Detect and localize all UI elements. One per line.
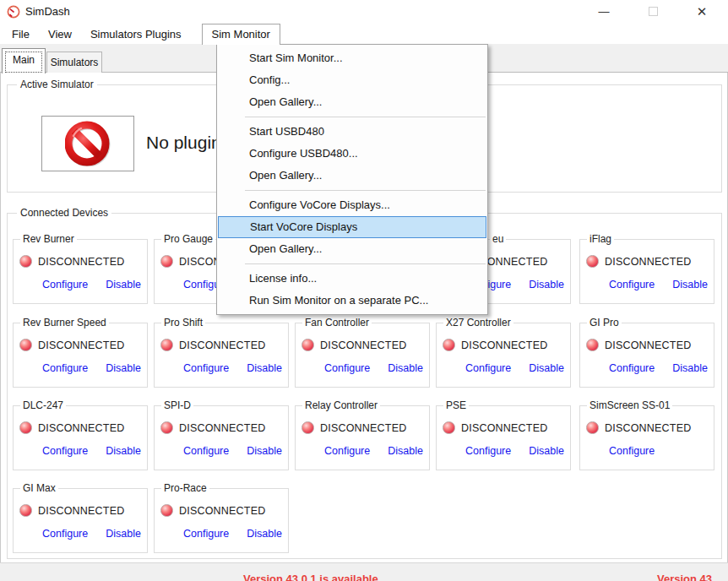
menubar-item-view[interactable]: View	[39, 24, 81, 45]
status-dot-icon	[19, 339, 32, 351]
minimize-button[interactable]: —	[584, 0, 623, 24]
window-title: SimDash	[25, 5, 70, 18]
device-links: ConfigureDisable	[183, 362, 300, 374]
status-bar: Version 43.0.1 is available... Version 4…	[0, 562, 728, 581]
disable-link[interactable]: Disable	[247, 362, 282, 374]
configure-link[interactable]: Configure	[465, 362, 511, 374]
configure-link[interactable]: Configure	[324, 445, 370, 457]
device-status-row: DISCONNECTED	[586, 339, 691, 351]
disable-link[interactable]: Disable	[247, 528, 282, 540]
device-status-text: DISCONNECTED	[605, 339, 691, 351]
menu-bar: FileViewSimulators PluginsSim Monitor	[0, 24, 728, 44]
disable-link[interactable]: Disable	[529, 445, 564, 457]
device-name: Pro Gauge	[161, 233, 215, 245]
configure-link[interactable]: Configure	[42, 362, 88, 374]
device-links: ConfigureDisable	[183, 445, 300, 457]
disable-link[interactable]: Disable	[106, 528, 141, 540]
app-window: SimDash — ✕ FileViewSimulators PluginsSi…	[0, 0, 728, 581]
device-name: GI Max	[20, 482, 58, 494]
configure-link[interactable]: Configure	[609, 445, 655, 457]
device-links: Configure	[609, 445, 672, 457]
maximize-icon	[649, 7, 658, 16]
device-status-text: DISCONNECTED	[605, 256, 691, 268]
close-button[interactable]: ✕	[682, 0, 721, 24]
disable-link[interactable]: Disable	[247, 445, 282, 457]
status-dot-icon	[586, 421, 599, 434]
device-status-row: DISCONNECTED	[19, 339, 124, 351]
menu-item-run-sim-monitor-on-a-separate-pc[interactable]: Run Sim Monitor on a separate PC...	[218, 290, 486, 312]
device-status-row: DISCONNECTED	[19, 504, 124, 517]
configure-link[interactable]: Configure	[324, 362, 370, 374]
device-name: Relay Controller	[302, 399, 380, 411]
disable-link[interactable]: Disable	[388, 362, 423, 374]
configure-link[interactable]: Configure	[609, 362, 655, 374]
device-name: Pro Shift	[161, 317, 205, 329]
status-dot-icon	[302, 339, 314, 351]
configure-link[interactable]: Configure	[42, 279, 88, 290]
menu-item-open-gallery[interactable]: Open Gallery...	[218, 238, 486, 260]
device-panel-spi-d: SPI-DDISCONNECTEDConfigureDisable	[154, 405, 289, 470]
menubar-item-simulators-plugins[interactable]: Simulators Plugins	[81, 24, 191, 45]
disable-link[interactable]: Disable	[529, 279, 564, 290]
device-links: ConfigureDisable	[465, 445, 582, 457]
tab-simulators[interactable]: Simulators	[46, 52, 102, 73]
menu-separator	[245, 263, 486, 264]
device-status-text: DISCONNECTED	[320, 339, 406, 351]
device-status-row: DISCONNECTED	[302, 339, 406, 351]
maximize-button[interactable]	[633, 0, 672, 24]
disable-link[interactable]: Disable	[388, 445, 423, 457]
menu-item-start-sim-monitor[interactable]: Start Sim Monitor...	[218, 47, 486, 69]
status-dot-icon	[19, 504, 32, 517]
sim-monitor-menu: Start Sim Monitor...Config...Open Galler…	[216, 44, 488, 315]
configure-link[interactable]: Configure	[42, 528, 88, 540]
menu-item-config[interactable]: Config...	[218, 69, 486, 91]
menu-item-open-gallery[interactable]: Open Gallery...	[218, 165, 486, 187]
configure-link[interactable]: Configure	[465, 445, 511, 457]
configure-link[interactable]: Configure	[609, 279, 655, 290]
current-version-text: Version 43	[657, 573, 712, 581]
device-panel-gi-pro: GI ProDISCONNECTEDConfigureDisable	[579, 323, 714, 388]
device-status-text: DISCONNECTED	[461, 339, 547, 351]
disable-link[interactable]: Disable	[672, 279, 708, 290]
configure-link[interactable]: Configure	[183, 445, 229, 457]
menu-item-license-info[interactable]: License info...	[218, 268, 486, 290]
menu-item-start-usbd480[interactable]: Start USBD480	[218, 121, 486, 143]
menu-item-configure-vocore-displays[interactable]: Configure VoCore Displays...	[218, 194, 486, 216]
device-links: ConfigureDisable	[42, 445, 159, 457]
device-panel-fan-controller: Fan ControllerDISCONNECTEDConfigureDisab…	[295, 323, 430, 388]
device-status-text: DISCONNECTED	[38, 422, 124, 434]
menubar-item-file[interactable]: File	[3, 24, 39, 45]
tab-main[interactable]: Main	[2, 48, 46, 73]
configure-link[interactable]: Configure	[183, 362, 229, 374]
menu-item-open-gallery[interactable]: Open Gallery...	[218, 91, 486, 113]
status-dot-icon	[160, 339, 173, 351]
device-status-row: DISCONNECTED	[160, 504, 265, 517]
device-links: ConfigureDisable	[465, 362, 582, 374]
device-status-row: DISCONNECTED	[19, 421, 124, 434]
device-status-text: DISCONNECTED	[179, 339, 265, 351]
update-available-text[interactable]: Version 43.0.1 is available...	[243, 573, 388, 581]
status-dot-icon	[19, 255, 32, 268]
disable-link[interactable]: Disable	[106, 445, 141, 457]
device-panel-simscreen-ss-01: SimScreen SS-01DISCONNECTEDConfigure	[579, 405, 714, 470]
device-links: ConfigureDisable	[324, 445, 441, 457]
connected-devices-group-label: Connected Devices	[17, 207, 111, 219]
device-name: eu	[490, 233, 506, 245]
disable-link[interactable]: Disable	[529, 362, 564, 374]
device-name: DLC-247	[20, 399, 66, 411]
configure-link[interactable]: Configure	[183, 528, 229, 540]
device-status-text: DISCONNECTED	[179, 422, 265, 434]
disable-link[interactable]: Disable	[672, 362, 708, 374]
menu-item-start-vocore-displays[interactable]: Start VoCore Displays	[218, 216, 486, 238]
device-status-row: DISCONNECTED	[160, 339, 265, 351]
menu-separator	[245, 117, 486, 117]
device-status-text: DISCONNECTED	[461, 422, 547, 434]
device-links: ConfigureDisable	[183, 528, 300, 540]
disable-link[interactable]: Disable	[106, 362, 141, 374]
device-status-row: DISCONNECTED	[586, 421, 691, 434]
disable-link[interactable]: Disable	[106, 279, 141, 290]
menu-item-configure-usbd480[interactable]: Configure USBD480...	[218, 143, 486, 165]
menubar-item-sim-monitor[interactable]: Sim Monitor	[202, 24, 280, 45]
configure-link[interactable]: Configure	[42, 445, 88, 457]
device-status-text: DISCONNECTED	[38, 505, 124, 517]
